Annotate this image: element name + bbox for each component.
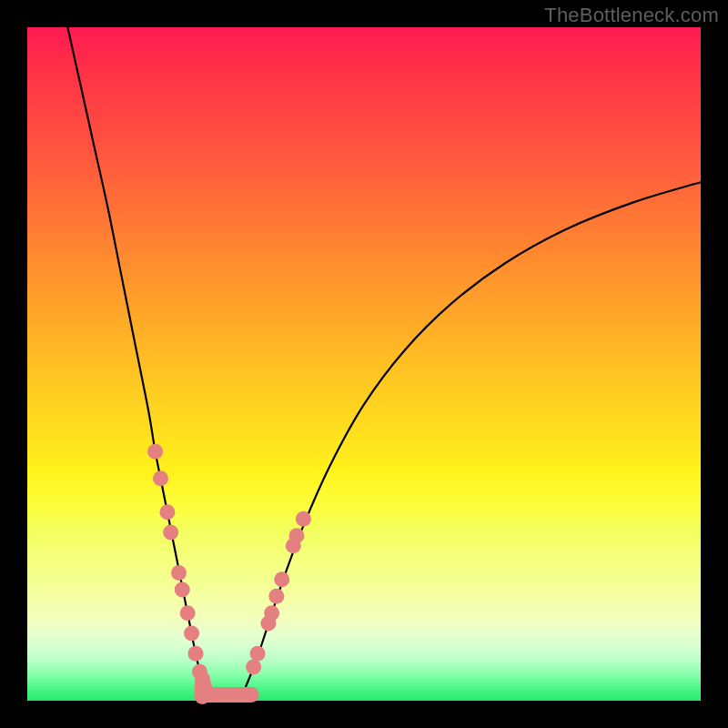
marker-dot [184, 626, 199, 642]
curve-right [243, 182, 701, 693]
plot-area [27, 27, 701, 701]
marker-dot [147, 444, 163, 460]
marker-dot [289, 528, 305, 543]
marker-dot [296, 511, 311, 527]
outer-frame: TheBottleneck.com [0, 0, 728, 728]
marker-dot [246, 660, 261, 675]
marker-dot [180, 605, 196, 621]
marker-dot [159, 504, 175, 520]
marker-dot [171, 565, 187, 581]
marker-dot [274, 571, 289, 587]
marker-dot [163, 525, 178, 541]
chart-overlay-svg [27, 27, 701, 701]
marker-dot [175, 581, 190, 597]
cluster-cap [244, 687, 259, 703]
right-branch-dots [246, 511, 311, 675]
left-branch-dots [147, 444, 212, 694]
marker-dot [268, 589, 284, 604]
marker-dot [153, 470, 168, 486]
cluster-cap [195, 671, 210, 686]
marker-dot [188, 646, 204, 662]
watermark-text: TheBottleneck.com [544, 4, 719, 27]
marker-dot [264, 605, 279, 621]
marker-dot [250, 646, 266, 662]
